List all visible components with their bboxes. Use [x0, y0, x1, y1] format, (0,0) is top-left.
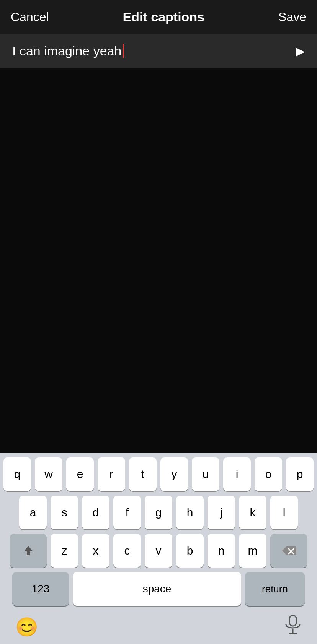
key-j[interactable]: j	[208, 496, 235, 529]
key-h[interactable]: h	[176, 496, 204, 529]
microphone-button[interactable]	[284, 615, 302, 640]
key-w[interactable]: w	[35, 457, 62, 491]
key-e[interactable]: e	[66, 457, 94, 491]
return-key[interactable]: return	[245, 572, 305, 606]
keyboard: q w e r t y u i o p a s d f g h j k l z …	[0, 453, 317, 610]
key-y[interactable]: y	[160, 457, 188, 491]
key-x[interactable]: x	[82, 534, 109, 568]
caption-text-value: I can imagine yeah	[12, 44, 121, 59]
caption-input[interactable]: I can imagine yeah	[12, 44, 124, 59]
key-d[interactable]: d	[82, 496, 109, 529]
shift-key[interactable]	[10, 534, 47, 568]
key-a[interactable]: a	[19, 496, 47, 529]
key-q[interactable]: q	[3, 457, 31, 491]
text-cursor	[123, 44, 124, 58]
keyboard-bottom-bar: 😊	[0, 610, 317, 644]
key-v[interactable]: v	[145, 534, 172, 568]
key-g[interactable]: g	[145, 496, 172, 529]
space-key[interactable]: space	[73, 572, 241, 606]
key-u[interactable]: u	[192, 457, 219, 491]
key-c[interactable]: c	[113, 534, 141, 568]
emoji-button[interactable]: 😊	[15, 616, 38, 638]
caption-bar: I can imagine yeah ▶	[0, 34, 317, 68]
keyboard-row-4: 123 space return	[3, 572, 314, 606]
page-title: Edit captions	[123, 10, 204, 24]
backspace-key[interactable]	[270, 534, 307, 568]
cancel-button[interactable]: Cancel	[11, 10, 49, 24]
key-t[interactable]: t	[129, 457, 157, 491]
numbers-key[interactable]: 123	[12, 572, 69, 606]
keyboard-row-3: z x c v b n m	[3, 534, 314, 568]
key-p[interactable]: p	[286, 457, 314, 491]
keyboard-row-1: q w e r t y u i o p	[3, 457, 314, 491]
svg-rect-2	[289, 615, 296, 626]
key-i[interactable]: i	[223, 457, 251, 491]
key-n[interactable]: n	[208, 534, 235, 568]
keyboard-row-2: a s d f g h j k l	[3, 496, 314, 529]
key-b[interactable]: b	[176, 534, 204, 568]
top-nav-bar: Cancel Edit captions Save	[0, 0, 317, 34]
save-button[interactable]: Save	[278, 10, 306, 24]
play-button[interactable]: ▶	[296, 44, 305, 58]
key-m[interactable]: m	[239, 534, 266, 568]
key-r[interactable]: r	[98, 457, 125, 491]
key-l[interactable]: l	[270, 496, 298, 529]
key-o[interactable]: o	[255, 457, 282, 491]
key-k[interactable]: k	[239, 496, 266, 529]
key-s[interactable]: s	[51, 496, 78, 529]
key-f[interactable]: f	[113, 496, 141, 529]
content-area	[0, 68, 317, 453]
key-z[interactable]: z	[51, 534, 78, 568]
